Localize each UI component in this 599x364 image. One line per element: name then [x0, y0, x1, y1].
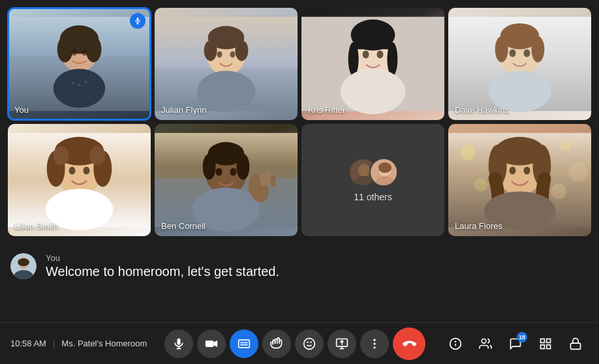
- svg-point-50: [83, 167, 89, 175]
- svg-point-6: [54, 68, 106, 108]
- svg-point-49: [69, 167, 76, 175]
- host-controls-button[interactable]: [562, 331, 589, 357]
- captions-button[interactable]: [230, 329, 258, 358]
- video-tile-dave[interactable]: Dave Hawkins: [448, 8, 591, 120]
- svg-point-7: [72, 82, 74, 84]
- svg-point-63: [216, 168, 223, 176]
- raise-hand-button[interactable]: [262, 329, 291, 358]
- end-call-button[interactable]: [393, 327, 425, 360]
- svg-rect-115: [541, 344, 545, 348]
- svg-rect-116: [547, 344, 551, 348]
- svg-point-87: [18, 258, 29, 266]
- svg-rect-89: [177, 338, 180, 344]
- svg-point-10: [72, 50, 77, 56]
- svg-rect-113: [541, 339, 545, 342]
- svg-rect-114: [547, 339, 551, 342]
- svg-point-5: [85, 37, 101, 63]
- svg-point-37: [531, 37, 544, 63]
- activities-button[interactable]: [532, 331, 559, 357]
- people-button[interactable]: [472, 331, 499, 357]
- tile-label-you: You: [14, 105, 29, 115]
- svg-rect-92: [206, 341, 214, 347]
- bottom-center-controls: [164, 327, 425, 360]
- message-avatar: [10, 253, 37, 279]
- tile-label-kris: Kris Ritter: [308, 105, 345, 115]
- svg-point-36: [495, 37, 508, 63]
- svg-point-8: [78, 83, 81, 86]
- tile-label-julian: Julian Flynn: [161, 105, 206, 115]
- svg-point-19: [204, 40, 217, 61]
- svg-point-20: [235, 40, 248, 61]
- bottom-right-controls: 18: [442, 331, 589, 357]
- video-tile-others[interactable]: 11 others: [301, 124, 444, 236]
- tile-label-lilian: Lilian Smith: [14, 221, 58, 231]
- svg-point-47: [89, 146, 105, 166]
- svg-point-30: [341, 68, 406, 114]
- camera-button[interactable]: [197, 329, 226, 358]
- svg-point-107: [373, 342, 375, 344]
- video-tile-you[interactable]: You: [8, 8, 151, 120]
- bottom-left: 10:58 AM | Ms. Patel's Homeroom: [10, 339, 147, 348]
- svg-point-76: [474, 179, 487, 192]
- message-sender: You: [46, 253, 279, 263]
- svg-point-108: [373, 346, 375, 348]
- meeting-title: Ms. Patel's Homeroom: [61, 339, 147, 348]
- tile-label-ben: Ben Cornell: [161, 221, 206, 231]
- emoji-button[interactable]: [295, 329, 324, 358]
- speaking-indicator-you: [130, 13, 146, 29]
- svg-point-4: [57, 37, 73, 63]
- svg-point-70: [378, 162, 392, 173]
- svg-rect-117: [571, 343, 581, 349]
- svg-point-64: [230, 168, 236, 176]
- svg-point-40: [523, 50, 530, 57]
- svg-point-73: [460, 145, 476, 160]
- bottom-bar: 10:58 AM | Ms. Patel's Homeroom: [0, 322, 599, 364]
- svg-point-46: [54, 146, 69, 166]
- svg-point-77: [551, 183, 566, 199]
- svg-point-74: [560, 141, 570, 151]
- svg-point-32: [376, 51, 383, 59]
- others-avatar-2: [369, 158, 398, 187]
- chat-badge: 18: [517, 332, 527, 342]
- svg-point-23: [230, 52, 235, 58]
- svg-point-31: [363, 51, 369, 59]
- video-tile-julian[interactable]: Julian Flynn: [155, 8, 298, 120]
- svg-point-66: [358, 164, 370, 177]
- svg-marker-93: [213, 341, 217, 347]
- others-avatars: [348, 158, 398, 187]
- svg-point-99: [303, 338, 315, 349]
- video-tile-lilian[interactable]: Lilian Smith: [8, 124, 151, 236]
- time-divider: |: [53, 339, 55, 348]
- meeting-time: 10:58 AM: [10, 339, 46, 348]
- svg-point-29: [387, 42, 397, 76]
- message-text: Welcome to homeroom, let's get started.: [46, 264, 279, 279]
- svg-point-56: [236, 154, 249, 180]
- mic-button[interactable]: [164, 329, 193, 358]
- video-tile-laura[interactable]: Laura Flores: [448, 124, 591, 236]
- info-button[interactable]: [442, 331, 468, 357]
- svg-point-106: [373, 339, 375, 341]
- svg-point-112: [482, 339, 486, 343]
- svg-point-39: [510, 50, 516, 57]
- more-options-button[interactable]: [360, 329, 389, 358]
- chat-button[interactable]: 18: [502, 331, 529, 357]
- present-button[interactable]: [328, 329, 356, 358]
- video-tile-ben[interactable]: Ben Cornell: [155, 124, 298, 236]
- tile-label-dave: Dave Hawkins: [455, 105, 509, 115]
- video-grid: You: [0, 0, 599, 241]
- tile-label-laura: Laura Flores: [455, 221, 502, 231]
- svg-rect-12: [137, 18, 139, 22]
- svg-rect-94: [238, 340, 249, 348]
- svg-point-11: [82, 50, 87, 56]
- svg-point-28: [348, 42, 359, 76]
- svg-point-83: [510, 167, 516, 175]
- video-tile-kris[interactable]: Kris Ritter: [301, 8, 444, 120]
- others-count: 11 others: [354, 192, 392, 202]
- message-area: You Welcome to homeroom, let's get start…: [0, 241, 599, 290]
- svg-point-75: [568, 162, 588, 182]
- svg-rect-62: [271, 175, 275, 187]
- svg-point-84: [523, 167, 530, 175]
- svg-point-9: [84, 80, 87, 83]
- svg-point-22: [217, 52, 223, 58]
- svg-point-55: [203, 154, 216, 180]
